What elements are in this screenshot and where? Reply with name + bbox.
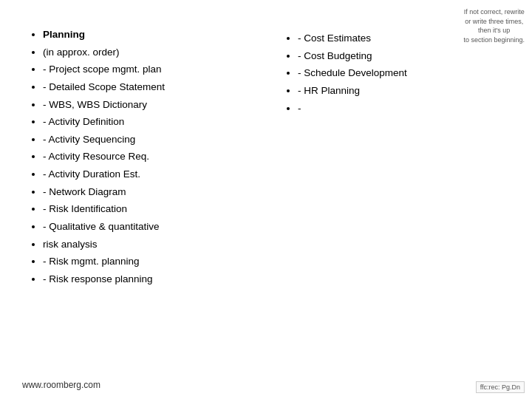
content-area: Planning(in approx. order)- Project scop… — [22, 26, 510, 287]
left-list-item: - WBS, WBS Dictionary — [43, 96, 255, 114]
left-list-item: - Qualitative & quantitative — [43, 218, 255, 236]
note-line1: If not correct, rewrite — [464, 8, 525, 16]
right-list-item: - Cost Budgeting — [298, 47, 510, 65]
right-list-item: - Schedule Development — [298, 64, 510, 82]
note-line3: then it's up — [478, 27, 510, 34]
left-list-item: - Activity Definition — [43, 113, 255, 131]
right-column: - Cost Estimates- Cost Budgeting- Schedu… — [270, 26, 510, 287]
left-list-item: - Activity Sequencing — [43, 131, 255, 149]
left-list-item: - Activity Resource Req. — [43, 148, 255, 166]
footer-url: www.roomberg.com — [22, 380, 100, 390]
footer: www.roomberg.com — [22, 380, 100, 390]
left-list-item: - Activity Duration Est. — [43, 166, 255, 183]
left-list-item: - Risk Identification — [43, 200, 255, 218]
left-list-item: Planning — [43, 26, 255, 44]
top-right-note: If not correct, rewrite or write three t… — [463, 7, 525, 44]
left-list-item: - Risk response planning — [43, 270, 255, 288]
left-list-item: risk analysis — [43, 236, 255, 253]
note-line4: to section beginning. — [463, 36, 525, 44]
left-list-item: - Risk mgmt. planning — [43, 253, 255, 270]
left-list-item: - Detailed Scope Statement — [43, 78, 255, 96]
note-line2: or write three times, — [465, 18, 523, 25]
bottom-right-badge: ffc:rec: Pg.Dn — [476, 381, 525, 393]
left-list-item: - Project scope mgmt. plan — [43, 61, 255, 78]
badge-text: ffc:rec: Pg.Dn — [480, 383, 520, 391]
left-bullet-list: Planning(in approx. order)- Project scop… — [30, 26, 255, 287]
left-list-item: - Network Diagram — [43, 183, 255, 201]
right-list-item: - — [298, 100, 510, 117]
right-list-item: - HR Planning — [298, 82, 510, 100]
left-list-item: (in approx. order) — [43, 44, 255, 61]
page-container: If not correct, rewrite or write three t… — [0, 0, 532, 399]
left-column: Planning(in approx. order)- Project scop… — [22, 26, 255, 287]
